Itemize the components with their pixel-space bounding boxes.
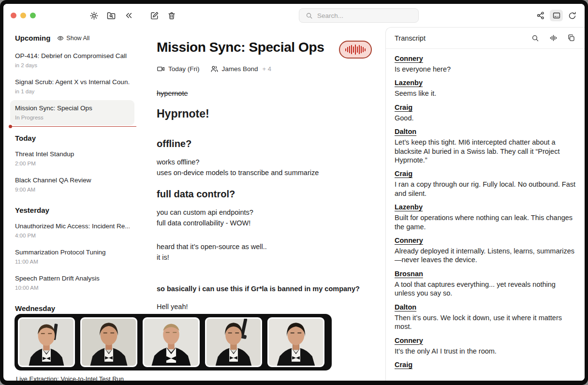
speaker-text: Good. [395,114,576,122]
traffic-lights [11,13,36,18]
speaker-label[interactable]: Craig [395,104,576,111]
speaker-label[interactable]: Connery [395,237,576,244]
section-header-upcoming: Upcoming [15,34,50,42]
sidebar-item-signal-scrub[interactable]: Signal Scrub: Agent X vs Internal Coun..… [10,74,134,99]
transcript-entry: Lazenby Built for operations where nothi… [395,203,576,231]
portrait-craig [144,319,198,366]
transcript-entry: Craig Good. [395,104,576,122]
speaker-label[interactable]: Dalton [395,128,576,135]
transcript-panel: Transcript [385,27,585,381]
note-line: full data controllability - WOW! [157,218,385,228]
note-line: it is! [157,252,385,263]
portrait-photo[interactable] [80,317,137,367]
audio-waveform-icon[interactable] [548,33,558,43]
speaker-label[interactable]: Lazenby [395,79,576,87]
sidebar-item-unauthorized-mic[interactable]: Unauthorized Mic Access: Incident Re... … [10,218,134,243]
participant-extra-count: + 4 [263,65,271,73]
minimize-window-button[interactable] [20,13,26,18]
sidebar-item-op414[interactable]: OP-414: Debrief on Compromised Call in 2… [10,48,134,73]
zoom-window-button[interactable] [30,13,36,18]
portrait-photo[interactable] [205,317,262,367]
transcript-entry: Dalton Then it’s ours. We lock it down, … [395,303,576,331]
portrait-dalton [269,319,323,366]
speaker-label[interactable]: Craig [395,170,576,178]
speaker-label[interactable]: Lazenby [395,203,576,211]
widget-panel-icon[interactable] [550,10,563,21]
section-header-today: Today [15,134,36,142]
sidebar-item-mission-sync[interactable]: Mission Sync: Special Ops In Progress [10,100,134,125]
transcript-entry: Lazenby Seems like it. [395,79,576,98]
settings-gear-icon[interactable] [89,11,99,20]
transcript-title: Transcript [395,34,426,42]
note-line: heard that it’s open-source as well.. [157,241,385,252]
eye-icon [57,35,64,42]
speaker-label[interactable]: Brosnan [395,270,576,278]
search-icon [304,11,314,20]
section-header-wednesday: Wednesday [15,304,55,312]
speaker-text: Seems like it. [395,89,576,98]
note-body[interactable]: hypernote Hyprnote! offline? works offli… [157,89,385,312]
note-title[interactable]: Mission Sync: Special Ops [157,40,324,55]
speaker-text: Already deployed it internally. Listens,… [395,247,576,265]
note-heading-hyprnote: Hyprnote! [157,107,385,120]
recording-progress-dot [9,125,12,128]
note-line-answer: Hell yeah! [157,301,385,312]
close-window-button[interactable] [11,13,16,18]
speaker-label[interactable]: Connery [395,55,576,62]
transcript-entry: Craig [395,361,576,369]
recording-button[interactable] [339,41,372,59]
speaker-text: Built for operations where nothing can l… [395,213,576,231]
speaker-text: Let’s keep this tight. MI6 intercepted c… [395,138,576,164]
speaker-text: It’s the only AI I trust in the room. [395,347,576,355]
speaker-text: A tool that captures everything... yet r… [395,280,576,298]
note-line: uses on-device models to transcribe and … [157,167,385,178]
sync-refresh-icon[interactable] [567,11,577,20]
note-heading-control: full data control? [157,189,385,200]
note-line-bold-question: so basically i can use this if Gr*la is … [157,285,385,293]
transcript-entry: Dalton Let’s keep this tight. MI6 interc… [395,128,576,164]
toolbar: Search... [3,4,585,27]
section-header-yesterday: Yesterday [15,206,49,214]
note-heading-offline: offline? [157,138,385,149]
search-placeholder: Search... [317,12,343,19]
search-input[interactable]: Search... [299,8,419,23]
speaker-text: Is everyone here? [395,65,576,74]
portrait-photo[interactable] [18,317,75,367]
delete-note-icon[interactable] [167,11,176,20]
bond-actors-photo-strip[interactable] [15,314,332,370]
meta-participants[interactable]: James Bond + 4 [210,65,271,73]
transcript-list[interactable]: Connery Is everyone here? Lazenby Seems … [386,49,585,374]
speaker-text: I ran a copy through our rig. Fully loca… [395,180,576,198]
note-line: you can custom api endpoints? [157,207,385,218]
portrait-photo[interactable] [267,317,324,367]
folder-search-icon[interactable] [106,11,116,20]
video-camera-icon [157,65,165,73]
transcript-entry: Connery Is everyone here? [395,55,576,74]
portrait-connery [19,319,74,366]
portrait-lazenby [82,319,136,366]
copy-transcript-icon[interactable] [566,33,576,43]
speaker-label[interactable]: Connery [395,337,576,344]
speaker-label[interactable]: Craig [395,361,576,369]
sidebar-item-threat-intel[interactable]: Threat Intel Standup 2:00 PM [10,146,134,171]
meta-date[interactable]: Today (Fri) [157,65,200,73]
show-all-button[interactable]: Show All [57,35,89,42]
gallery-caption: Live Extraction: Voice-to-Intel Test Run [16,375,124,381]
recording-progress-line [10,126,136,127]
speaker-label[interactable]: Dalton [395,303,576,311]
share-icon[interactable] [536,11,545,20]
transcript-entry: Brosnan A tool that captures everything.… [395,270,576,298]
transcript-entry: Connery It’s the only AI I trust in the … [395,337,576,355]
transcript-entry: Craig I ran a copy through our rig. Full… [395,170,576,198]
portrait-brosnan [206,319,261,366]
sidebar-item-summarization-protocol[interactable]: Summarization Protocol Tuning 11:00 AM [10,244,134,269]
sidebar-item-speech-pattern[interactable]: Speech Pattern Drift Analysis 10:00 AM [10,270,134,296]
note-line: works offline? [157,157,385,167]
new-note-icon[interactable] [149,11,159,20]
sidebar-item-black-channel[interactable]: Black Channel QA Review 9:00 AM [10,172,134,197]
collapse-sidebar-icon[interactable] [124,11,133,20]
portrait-photo[interactable] [143,317,200,367]
transcript-entry: Connery Already deployed it internally. … [395,237,576,265]
transcript-search-icon[interactable] [530,33,540,43]
note-line-strikethrough: hypernote [157,89,385,97]
